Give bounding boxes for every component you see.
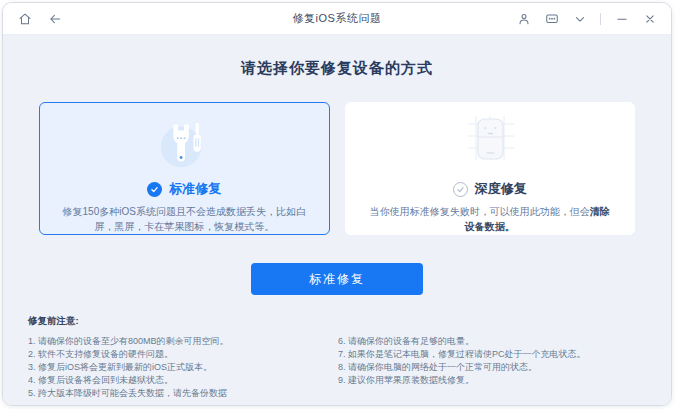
note-item: 3. 修复后iOS将会更新到最新的iOS正式版本。: [28, 361, 338, 374]
card-deep-description: 当你使用标准修复失败时，可以使用此功能，但会清除设备数据。: [346, 205, 635, 234]
device-icon: [454, 111, 526, 172]
card-standard-description: 修复150多种iOS系统问题且不会造成数据丢失，比如白屏，黑屏，卡在苹果图标，恢…: [40, 205, 329, 234]
main-content: 请选择你要修复设备的方式: [3, 35, 671, 405]
note-item: 4. 修复后设备将会回到未越狱状态。: [28, 374, 338, 387]
back-arrow-icon[interactable]: [47, 11, 62, 26]
home-icon[interactable]: [17, 11, 32, 26]
account-icon[interactable]: [516, 11, 531, 26]
notes-column-left: 1. 请确保你的设备至少有800MB的剩余可用空间。 2. 软件不支持修复设备的…: [28, 335, 338, 400]
note-item: 6. 请确保你的设备有足够的电量。: [338, 335, 646, 348]
chevron-down-icon[interactable]: [572, 11, 587, 26]
title-bar: 修复iOS系统问题: [3, 3, 671, 35]
note-item: 8. 请确保你电脑的网络处于一个正常可用的状态。: [338, 361, 646, 374]
card-standard-repair[interactable]: 标准修复 修复150多种iOS系统问题且不会造成数据丢失，比如白屏，黑屏，卡在苹…: [39, 102, 330, 235]
minimize-icon[interactable]: [614, 11, 629, 26]
pre-repair-notes: 修复前注意: 1. 请确保你的设备至少有800MB的剩余可用空间。 2. 软件不…: [28, 315, 646, 400]
note-item: 1. 请确保你的设备至少有800MB的剩余可用空间。: [28, 335, 338, 348]
card-standard-label: 标准修复: [169, 180, 221, 198]
page-title: 请选择你要修复设备的方式: [3, 59, 671, 78]
app-window: 修复iOS系统问题 请选择你要修复设备的方式: [2, 2, 672, 406]
note-item: 5. 跨大版本降级时可能会丢失数据，请先备份数据: [28, 387, 338, 400]
note-item: 9. 建议你用苹果原装数据线修复。: [338, 374, 646, 387]
card-deep-repair[interactable]: 深度修复 当你使用标准修复失败时，可以使用此功能，但会清除设备数据。: [345, 102, 636, 235]
note-item: 7. 如果你是笔记本电脑，修复过程请使PC处于一个充电状态。: [338, 348, 646, 361]
notes-column-right: 6. 请确保你的设备有足够的电量。 7. 如果你是笔记本电脑，修复过程请使PC处…: [338, 335, 646, 400]
wrench-screwdriver-icon: [155, 111, 213, 172]
note-item: 2. 软件不支持修复设备的硬件问题。: [28, 348, 338, 361]
selected-check-icon: [147, 182, 162, 197]
close-icon[interactable]: [642, 11, 657, 26]
standard-repair-button[interactable]: 标准修复: [251, 263, 423, 295]
unselected-check-icon: [453, 182, 468, 197]
card-deep-label: 深度修复: [475, 180, 527, 198]
card-deep-description-prefix: 当你使用标准修复失败时，可以使用此功能，但会: [370, 206, 590, 217]
feedback-icon[interactable]: [544, 11, 559, 26]
titlebar-separator: [600, 13, 601, 25]
notes-title: 修复前注意:: [28, 315, 646, 328]
repair-mode-cards: 标准修复 修复150多种iOS系统问题且不会造成数据丢失，比如白屏，黑屏，卡在苹…: [39, 102, 635, 235]
